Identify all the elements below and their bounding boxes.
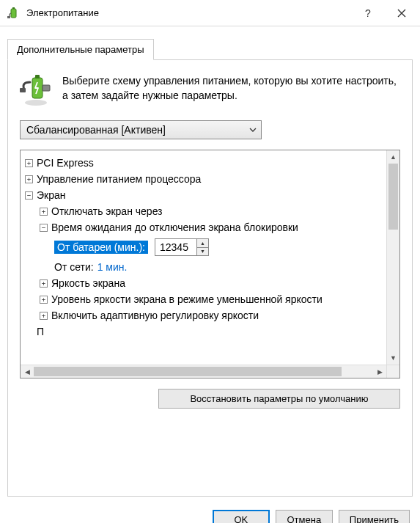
scroll-up-icon[interactable]: ▲ <box>387 150 399 164</box>
app-icon <box>7 7 21 20</box>
expand-icon[interactable]: + <box>40 208 48 216</box>
settings-tree: + PCI Express + Управление питанием проц… <box>20 150 400 378</box>
power-icon <box>20 72 52 107</box>
battery-spinbox[interactable]: ▲ ▼ <box>155 238 209 256</box>
titlebar: Электропитание ? <box>0 0 420 26</box>
vscroll-thumb[interactable] <box>388 164 398 230</box>
svg-rect-8 <box>43 85 50 91</box>
restore-defaults-button[interactable]: Восстановить параметры по умолчанию <box>158 389 400 409</box>
tree-label: PCI Express <box>37 158 94 168</box>
intro-text: Выберите схему управления питанием, кото… <box>62 72 400 107</box>
help-button[interactable]: ? <box>351 1 385 25</box>
tree-node-brightness[interactable]: + Яркость экрана <box>23 275 383 291</box>
tree-node-battery[interactable]: От батареи (мин.): ▲ ▼ <box>23 235 383 259</box>
vscroll-track[interactable] <box>387 164 399 351</box>
expand-icon[interactable]: + <box>40 279 48 288</box>
spin-up-icon[interactable]: ▲ <box>197 239 208 248</box>
expand-icon[interactable]: + <box>25 175 33 183</box>
tree-node-adaptive[interactable]: + Включить адаптивную регулировку яркост… <box>23 307 383 323</box>
power-scheme-select[interactable]: Сбалансированная [Активен] <box>20 120 262 139</box>
window-title: Электропитание <box>26 7 351 18</box>
tree-label: Яркость экрана <box>51 278 125 288</box>
svg-rect-0 <box>11 9 16 18</box>
dialog-buttons: OK Отмена Применить <box>0 504 420 523</box>
scroll-left-icon[interactable]: ◀ <box>21 365 34 378</box>
tree-label: Время ожидания до отключения экрана блок… <box>51 222 298 233</box>
expand-icon[interactable]: + <box>40 296 48 304</box>
apply-button[interactable]: Применить <box>339 510 410 523</box>
tree-node-ac[interactable]: От сети: 1 мин. <box>23 259 383 275</box>
svg-rect-1 <box>12 7 15 9</box>
collapse-icon[interactable]: − <box>25 191 33 200</box>
intro-block: Выберите схему управления питанием, кото… <box>20 72 400 107</box>
chevron-down-icon <box>249 128 257 132</box>
tree-node-pci[interactable]: + PCI Express <box>23 155 383 171</box>
tree-viewport: + PCI Express + Управление питанием проц… <box>21 150 386 365</box>
svg-rect-7 <box>20 88 26 92</box>
scheme-selected-label: Сбалансированная [Активен] <box>26 124 166 136</box>
tree-label: Экран <box>37 190 66 200</box>
vertical-scrollbar[interactable]: ▲ ▼ <box>386 150 399 365</box>
hscroll-thumb[interactable] <box>34 367 342 376</box>
cancel-button[interactable]: Отмена <box>276 510 333 523</box>
tree-label: Управление питанием процессора <box>37 174 201 184</box>
ac-label: От сети: <box>54 262 94 272</box>
tab-advanced[interactable]: Дополнительные параметры <box>7 39 154 60</box>
tree-label: Отключать экран через <box>51 206 163 216</box>
tab-panel: Выберите схему управления питанием, кото… <box>7 59 413 497</box>
scroll-corner <box>386 365 399 378</box>
hscroll-track[interactable] <box>34 365 373 378</box>
ac-value-link[interactable]: 1 мин. <box>97 262 128 272</box>
tree-node-screen-off[interactable]: + Отключать экран через <box>23 203 383 219</box>
svg-rect-6 <box>35 75 40 78</box>
ok-button[interactable]: OK <box>213 510 270 523</box>
tree-label: П <box>37 326 44 337</box>
horizontal-scrollbar[interactable]: ◀ ▶ <box>21 365 386 378</box>
svg-text:?: ? <box>365 8 371 18</box>
scroll-right-icon[interactable]: ▶ <box>373 365 386 378</box>
tree-node-screen[interactable]: − Экран <box>23 187 383 203</box>
svg-point-4 <box>25 100 47 106</box>
tree-node-truncated[interactable]: П <box>23 323 383 340</box>
tree-node-lock-timeout[interactable]: − Время ожидания до отключения экрана бл… <box>23 219 383 235</box>
spin-down-icon[interactable]: ▼ <box>197 248 208 256</box>
expand-icon[interactable]: + <box>25 159 33 167</box>
svg-rect-2 <box>7 16 10 18</box>
tree-node-dim-brightness[interactable]: + Уровень яркости экрана в режиме уменьш… <box>23 291 383 307</box>
tree-label: Уровень яркости экрана в режиме уменьшен… <box>51 294 323 304</box>
battery-label-selected: От батареи (мин.): <box>54 241 148 254</box>
collapse-icon[interactable]: − <box>40 224 48 232</box>
tree-label: Включить адаптивную регулировку яркости <box>51 310 259 321</box>
battery-input[interactable] <box>155 239 196 255</box>
expand-icon[interactable]: + <box>40 312 48 320</box>
tree-node-cpu[interactable]: + Управление питанием процессора <box>23 171 383 187</box>
scroll-down-icon[interactable]: ▼ <box>387 351 399 365</box>
close-button[interactable] <box>385 1 419 25</box>
tab-strip: Дополнительные параметры <box>7 37 413 59</box>
